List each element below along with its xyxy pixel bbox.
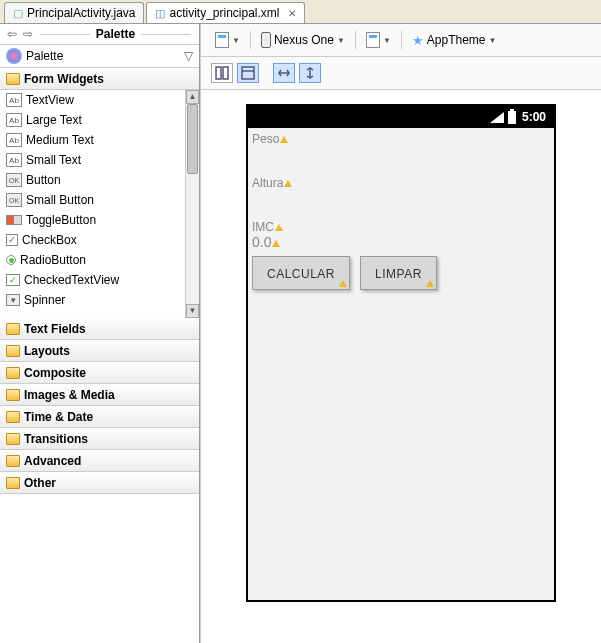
widget-button[interactable]: OKButton (0, 170, 185, 190)
button-label: LIMPAR (375, 267, 422, 281)
star-icon: ★ (412, 33, 424, 48)
editor-toolbar: ▼ Nexus One▼ ▼ ★AppTheme▼ (201, 24, 601, 57)
device-frame: 5:00 Peso Altura IMC 0.0 CALCULAR LIMPAR (246, 104, 556, 602)
folder-icon (6, 323, 20, 335)
widget-spinner[interactable]: ▾Spinner (0, 290, 185, 310)
widget-label: Small Text (26, 153, 81, 167)
warning-icon (275, 224, 283, 231)
status-time: 5:00 (522, 110, 546, 124)
widget-checked-textview[interactable]: ✓CheckedTextView (0, 270, 185, 290)
device-dropdown[interactable]: Nexus One▼ (257, 30, 349, 50)
tab-label: PrincipalActivity.java (27, 6, 135, 20)
button-calcular[interactable]: CALCULAR (252, 256, 350, 290)
warning-icon (280, 136, 288, 143)
category-text-fields[interactable]: Text Fields (0, 318, 199, 340)
toggle-icon (6, 215, 22, 225)
textview-icon: Ab (6, 133, 22, 147)
nav-back-icon[interactable]: ⇦ (6, 27, 18, 41)
tab-xml-file[interactable]: ◫ activity_principal.xml ✕ (146, 2, 304, 23)
textview-icon: Ab (6, 153, 22, 167)
category-images-media[interactable]: Images & Media (0, 384, 199, 406)
config-dropdown[interactable]: ▼ (211, 30, 244, 50)
widget-label: ToggleButton (26, 213, 96, 227)
toggle-height[interactable] (299, 63, 321, 83)
config-icon (215, 32, 229, 48)
category-label: Composite (24, 366, 86, 380)
orientation-dropdown[interactable]: ▼ (362, 30, 395, 50)
widget-label: RadioButton (20, 253, 86, 267)
palette-header[interactable]: Palette ▽ (0, 45, 199, 68)
category-label: Form Widgets (24, 72, 104, 86)
widget-label: CheckBox (22, 233, 77, 247)
category-transitions[interactable]: Transitions (0, 428, 199, 450)
category-time-date[interactable]: Time & Date (0, 406, 199, 428)
close-icon[interactable]: ✕ (288, 8, 296, 19)
widget-large-text[interactable]: AbLarge Text (0, 110, 185, 130)
widget-radio-button[interactable]: RadioButton (0, 250, 185, 270)
xml-file-icon: ◫ (155, 7, 165, 20)
category-label: Text Fields (24, 322, 86, 336)
scroll-down-icon[interactable]: ▼ (186, 304, 199, 318)
value-imc[interactable]: 0.0 (252, 234, 271, 250)
battery-icon (508, 111, 516, 124)
device-label: Nexus One (274, 33, 334, 47)
folder-icon (6, 477, 20, 489)
chevron-down-icon: ▼ (489, 36, 497, 45)
widget-textview[interactable]: AbTextView (0, 90, 185, 110)
nav-fwd-icon[interactable]: ⇨ (22, 27, 34, 41)
chevron-down-icon: ▼ (232, 36, 240, 45)
widget-label: Button (26, 173, 61, 187)
palette-scrollbar[interactable]: ▲ ▼ (185, 90, 199, 318)
palette-icon (6, 48, 22, 64)
folder-icon (6, 455, 20, 467)
category-other[interactable]: Other (0, 472, 199, 494)
view-mode-single[interactable] (237, 63, 259, 83)
category-label: Other (24, 476, 56, 490)
label-imc[interactable]: IMC (252, 220, 274, 234)
folder-icon (6, 345, 20, 357)
category-advanced[interactable]: Advanced (0, 450, 199, 472)
widget-label: Spinner (24, 293, 65, 307)
radio-icon (6, 255, 16, 265)
folder-icon (6, 389, 20, 401)
widget-small-button[interactable]: OKSmall Button (0, 190, 185, 210)
toggle-width[interactable] (273, 63, 295, 83)
folder-icon (6, 367, 20, 379)
checkedtext-icon: ✓ (6, 274, 20, 286)
button-limpar[interactable]: LIMPAR (360, 256, 437, 290)
widget-medium-text[interactable]: AbMedium Text (0, 130, 185, 150)
scroll-up-icon[interactable]: ▲ (186, 90, 199, 104)
java-file-icon: ▢ (13, 7, 23, 20)
status-bar: 5:00 (248, 106, 554, 128)
chevron-down-icon: ▼ (337, 36, 345, 45)
tab-java-file[interactable]: ▢ PrincipalActivity.java (4, 2, 144, 23)
folder-icon (6, 433, 20, 445)
widget-toggle-button[interactable]: ToggleButton (0, 210, 185, 230)
category-composite[interactable]: Composite (0, 362, 199, 384)
scroll-thumb[interactable] (187, 104, 198, 174)
view-mode-grid[interactable] (211, 63, 233, 83)
theme-dropdown[interactable]: ★AppTheme▼ (408, 31, 501, 50)
category-form-widgets[interactable]: Form Widgets (0, 68, 199, 90)
folder-icon (6, 411, 20, 423)
label-altura[interactable]: Altura (252, 176, 283, 190)
wifi-icon (490, 112, 504, 123)
label-peso[interactable]: Peso (252, 132, 279, 146)
widget-label: TextView (26, 93, 74, 107)
category-label: Transitions (24, 432, 88, 446)
svg-rect-0 (216, 67, 221, 79)
button-label: CALCULAR (267, 267, 335, 281)
palette-panel: ⇦ ⇨ Palette Palette ▽ Form Widgets AbTex… (0, 24, 200, 643)
warning-icon (339, 280, 347, 287)
svg-rect-1 (223, 67, 228, 79)
category-label: Time & Date (24, 410, 93, 424)
palette-menu-icon[interactable]: ▽ (184, 49, 193, 63)
palette-header-label: Palette (26, 49, 63, 63)
widget-checkbox[interactable]: ✓CheckBox (0, 230, 185, 250)
design-canvas[interactable]: 5:00 Peso Altura IMC 0.0 CALCULAR LIMPAR (201, 90, 601, 643)
chevron-down-icon: ▼ (383, 36, 391, 45)
orientation-icon (366, 32, 380, 48)
category-label: Layouts (24, 344, 70, 358)
widget-small-text[interactable]: AbSmall Text (0, 150, 185, 170)
category-layouts[interactable]: Layouts (0, 340, 199, 362)
